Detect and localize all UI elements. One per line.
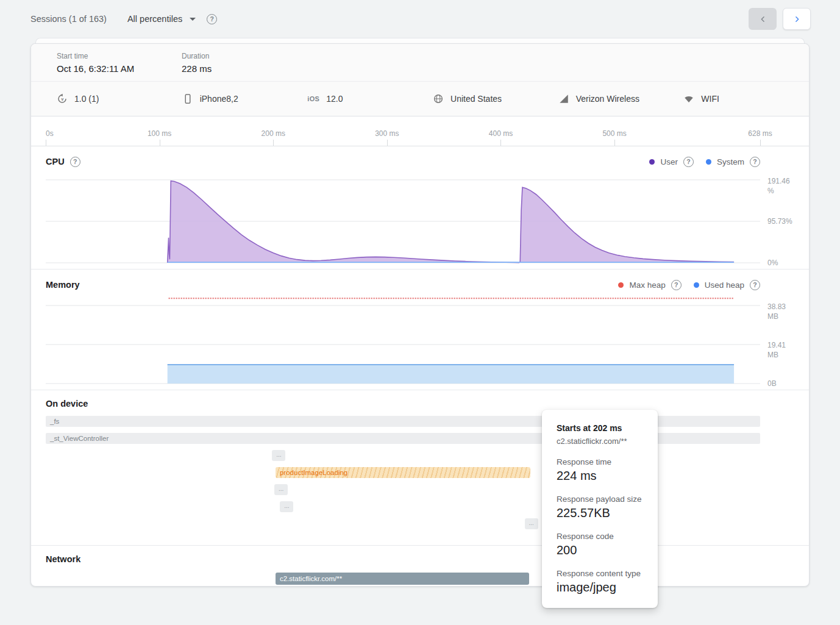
timeline-tick-mark (160, 140, 160, 146)
radio-value: WIFI (701, 94, 719, 104)
cpu-legend-user: User ? (649, 157, 694, 167)
timeline-tick-label: 0s (46, 129, 54, 138)
next-session-button[interactable] (783, 8, 811, 30)
device-model-value: iPhone8,2 (200, 94, 238, 104)
stacked-card-edge (35, 38, 805, 43)
system-cpu-help-icon[interactable]: ? (750, 157, 760, 167)
ios-icon: iOS (307, 95, 319, 102)
memory-ymid-label: 19.41 MB (767, 340, 797, 360)
timeline-tick-mark (614, 140, 615, 146)
sessions-count-label: Sessions (1 of 163) (30, 14, 107, 24)
timeline-tick-mark (760, 140, 761, 146)
country-item: United States (433, 93, 558, 104)
sessions-toolbar: Sessions (1 of 163) All percentiles ? (0, 0, 840, 38)
response-content-type-value: image/jpeg (557, 580, 643, 595)
max-heap-legend-label: Max heap (629, 280, 665, 290)
network-section-title: Network (46, 554, 80, 564)
device-info-row: v 1.0 (1) iPhone8,2 iOS 12.0 United Stat… (31, 81, 809, 116)
start-time-label: Start time (57, 52, 182, 60)
cpu-help-icon[interactable]: ? (70, 157, 80, 167)
used-heap-legend-dot (694, 282, 699, 288)
collapsed-traces-chip[interactable]: ... (280, 501, 293, 512)
sessions-help-icon[interactable]: ? (207, 14, 217, 24)
system-legend-label: System (717, 157, 744, 166)
percentiles-filter-dropdown[interactable]: All percentiles (126, 12, 197, 26)
user-legend-dot (649, 159, 655, 165)
app-version-icon: v (57, 93, 68, 104)
collapsed-traces-chip[interactable]: ... (525, 518, 538, 529)
memory-ymax-label: 38.83 MB (767, 302, 797, 321)
collapsed-traces-chip[interactable]: ... (272, 450, 285, 461)
duration-block: Duration 228 ms (182, 52, 307, 74)
max-heap-help-icon[interactable]: ? (671, 280, 682, 290)
svg-text:v: v (61, 97, 63, 101)
timeline-tick-mark (273, 140, 274, 146)
request-details-tooltip: Starts at 202 ms c2.staticflickr.com/** … (542, 410, 658, 608)
cpu-chart[interactable]: 191.46 % 95.73% 0% (46, 172, 760, 263)
timeline-tick-label: 300 ms (375, 129, 399, 138)
timeline-tick-mark (46, 140, 46, 146)
max-heap-legend-dot (618, 282, 624, 288)
response-content-type-label: Response content type (557, 569, 643, 578)
response-time-label: Response time (557, 457, 643, 466)
on-device-section: On device _fs_st_ViewController...produc… (31, 390, 809, 546)
cell-signal-icon (558, 93, 569, 104)
session-meta-row: Start time Oct 16, 6:32:11 AM Duration 2… (31, 44, 809, 81)
response-payload-value: 225.57KB (557, 506, 643, 520)
timeline-tick-mark (387, 140, 388, 146)
session-detail-card: Start time Oct 16, 6:32:11 AM Duration 2… (30, 43, 810, 587)
previous-session-button[interactable] (749, 8, 777, 30)
timeline-tick-label: 500 ms (602, 129, 626, 138)
memory-chart[interactable]: 38.83 MB 19.41 MB 0B (46, 295, 760, 384)
chevron-right-icon (793, 15, 801, 23)
used-heap-legend-label: Used heap (705, 280, 744, 290)
app-version-value: 1.0 (1) (74, 94, 99, 104)
used-heap-help-icon[interactable]: ? (750, 280, 760, 290)
carrier-item: Verizon Wireless (558, 93, 684, 104)
user-cpu-help-icon[interactable]: ? (683, 157, 694, 167)
cpu-ymax-label: 191.46 % (767, 176, 797, 196)
wifi-icon (683, 93, 694, 104)
cpu-ymin-label: 0% (767, 258, 797, 268)
os-version-value: 12.0 (326, 94, 343, 104)
start-time-block: Start time Oct 16, 6:32:11 AM (57, 52, 182, 74)
timeline-ruler: 0s100 ms200 ms300 ms400 ms500 ms628 ms (46, 116, 760, 146)
percentiles-filter-label: All percentiles (127, 14, 182, 24)
timeline-tick-label: 400 ms (489, 129, 513, 138)
cpu-legend-system: System ? (706, 157, 760, 167)
start-time-value: Oct 16, 6:32:11 AM (57, 63, 182, 74)
network-section: Network c2.staticflickr.com/** (31, 546, 809, 596)
cpu-area-chart (46, 172, 760, 263)
os-version-item: iOS 12.0 (307, 94, 433, 104)
duration-label: Duration (182, 52, 307, 60)
session-pagination (749, 8, 811, 30)
timeline-tick-label: 628 ms (748, 129, 772, 138)
user-legend-label: User (660, 157, 678, 166)
memory-legend-max-heap: Max heap ? (618, 280, 681, 290)
trace-bar[interactable]: productImageLoading (276, 467, 530, 478)
carrier-value: Verizon Wireless (576, 94, 639, 104)
phone-icon (182, 93, 193, 104)
response-code-label: Response code (557, 532, 643, 541)
memory-legend-used-heap: Used heap ? (694, 280, 760, 290)
timeline-ruler-wrap: 0s100 ms200 ms300 ms400 ms500 ms628 ms (31, 116, 809, 146)
on-device-section-title: On device (46, 399, 88, 409)
timeline-tick-mark (500, 140, 501, 146)
cpu-section-title: CPU (46, 157, 65, 166)
tooltip-url: c2.staticflickr.com/** (557, 437, 643, 446)
collapsed-traces-chip[interactable]: ... (274, 484, 288, 495)
country-value: United States (450, 94, 502, 104)
globe-icon (433, 93, 444, 104)
radio-item: WIFI (683, 93, 809, 104)
memory-legend: Max heap ? Used heap ? (618, 280, 760, 290)
network-request-bar[interactable]: c2.staticflickr.com/** (276, 573, 529, 585)
duration-value: 228 ms (182, 63, 307, 74)
response-payload-label: Response payload size (557, 495, 643, 504)
device-model-item: iPhone8,2 (182, 93, 308, 104)
memory-ymin-label: 0B (767, 379, 797, 388)
cpu-section: CPU ? User ? System ? 191.46 % 95.73% (31, 146, 809, 270)
memory-area-chart (46, 295, 760, 384)
cpu-ymid-label: 95.73% (767, 216, 797, 226)
timeline-tick-label: 100 ms (148, 129, 171, 138)
response-code-value: 200 (557, 543, 643, 557)
